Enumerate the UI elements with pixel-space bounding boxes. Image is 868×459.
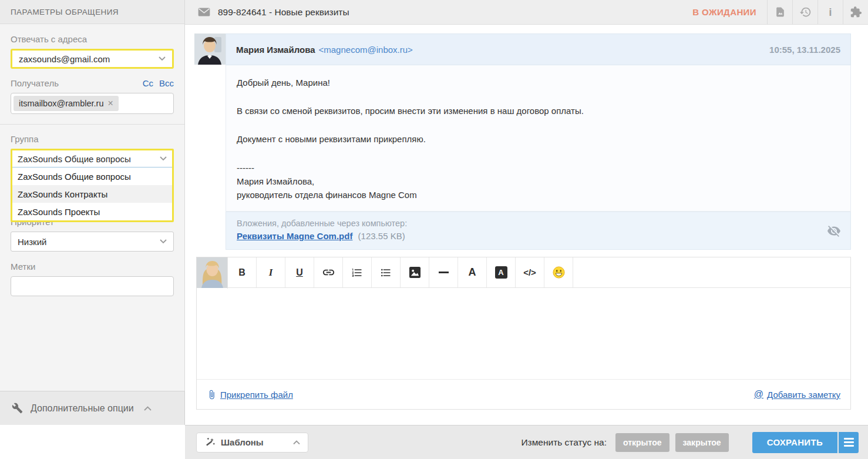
templates-label: Шаблоны xyxy=(221,437,264,447)
remove-recipient-icon[interactable]: × xyxy=(107,98,113,109)
add-note-link[interactable]: @ Добавить заметку xyxy=(754,389,840,400)
link-icon xyxy=(322,266,335,279)
hamburger-icon xyxy=(844,438,854,440)
recipient-input[interactable]: itsmailbox@rambler.ru × xyxy=(11,93,174,114)
ordered-list-icon xyxy=(351,267,363,279)
text-color-button[interactable]: A xyxy=(458,257,487,287)
save-menu-button[interactable] xyxy=(839,432,859,453)
reply-from-select[interactable]: zaxsounds@gmail.com xyxy=(11,49,174,69)
horizontal-rule-button[interactable] xyxy=(429,257,458,287)
underline-button[interactable]: U xyxy=(285,257,314,287)
message-paragraph: Документ с новыми реквизитами прикрепляю… xyxy=(237,133,840,146)
attach-file-link[interactable]: Прикрепить файл xyxy=(207,389,293,400)
bold-icon: B xyxy=(238,267,245,278)
chevron-down-icon xyxy=(160,156,167,161)
priority-select[interactable]: Низкий xyxy=(11,232,174,252)
attachment-file-size: (123.55 KB) xyxy=(358,231,405,241)
toolbar-filler xyxy=(573,257,850,287)
extra-options-toggle[interactable]: Дополнительные опции xyxy=(0,391,185,425)
group-select[interactable]: ZaxSounds Общие вопросы xyxy=(12,150,172,167)
sidebar-divider xyxy=(0,124,184,125)
reply-from-label: Отвечать с адреса xyxy=(11,34,174,44)
save-button[interactable]: СОХРАНИТЬ xyxy=(752,432,837,453)
templates-button[interactable]: Шаблоны xyxy=(196,433,308,453)
chevron-down-icon xyxy=(160,239,167,244)
attachments-section: Вложения, добавленные через компьютер: Р… xyxy=(226,212,851,250)
bullet-list-icon xyxy=(380,267,392,279)
text-color-icon: A xyxy=(469,266,476,279)
editor-toolbar: B I U A A </> xyxy=(197,257,850,288)
reply-editor: B I U A A </> xyxy=(196,257,851,410)
sidebar-title: ПАРАМЕТРЫ ОБРАЩЕНИЯ xyxy=(0,0,184,24)
reply-text-area[interactable] xyxy=(197,288,850,380)
incoming-message: Мария Измайлова <magnecom@inbox.ru> 10:5… xyxy=(226,33,851,250)
at-icon: @ xyxy=(754,389,763,400)
reply-from-value: zaxsounds@gmail.com xyxy=(19,54,110,64)
info-icon[interactable]: i xyxy=(817,0,843,25)
tags-input[interactable] xyxy=(11,276,174,296)
attachments-label: Вложения, добавленные через компьютер: xyxy=(237,219,840,228)
insert-link-button[interactable] xyxy=(314,257,343,287)
insert-image-button[interactable] xyxy=(401,257,429,287)
group-label: Группа xyxy=(11,134,174,144)
integrations-icon[interactable] xyxy=(843,0,868,25)
message-timestamp: 10:55, 13.11.2025 xyxy=(769,45,840,55)
ticket-parameters-sidebar: ПАРАМЕТРЫ ОБРАЩЕНИЯ Отвечать с адреса za… xyxy=(0,0,185,425)
agent-avatar xyxy=(197,257,228,289)
wrench-icon xyxy=(12,403,23,414)
group-option-1[interactable]: ZaxSounds Общие вопросы xyxy=(12,167,172,185)
history-icon[interactable] xyxy=(792,0,817,25)
chevron-down-icon xyxy=(159,56,166,61)
envelope-icon xyxy=(198,8,210,16)
hidden-eye-icon[interactable] xyxy=(827,224,841,238)
italic-icon: I xyxy=(269,267,273,279)
status-badge: В ОЖИДАНИИ xyxy=(692,7,756,17)
group-option-2[interactable]: ZaxSounds Контракты xyxy=(12,185,172,203)
message-signature: ------ Мария Измайлова, руководитель отд… xyxy=(237,161,840,202)
italic-button[interactable]: I xyxy=(257,257,285,287)
chevron-up-icon xyxy=(144,406,152,411)
magic-wand-icon xyxy=(204,437,216,448)
ticket-topbar: 899-824641 - Новые реквизиты В ОЖИДАНИИ … xyxy=(185,0,868,25)
attachment-file-link[interactable]: Реквизиты Magne Com.pdf xyxy=(237,231,352,241)
horizontal-rule-icon xyxy=(439,272,449,273)
code-icon: </> xyxy=(523,267,536,277)
extra-options-label: Дополнительные опции xyxy=(31,403,134,414)
sender-name: Мария Измайлова xyxy=(236,45,315,55)
group-selected-value: ZaxSounds Общие вопросы xyxy=(18,154,131,164)
action-bottombar: Шаблоны Изменить статус на: открытое зак… xyxy=(185,425,868,459)
editor-footer: Прикрепить файл @ Добавить заметку xyxy=(197,380,850,409)
tags-label: Метки xyxy=(11,262,174,272)
message-header: Мария Измайлова <magnecom@inbox.ru> 10:5… xyxy=(226,33,851,65)
cc-link[interactable]: Cc xyxy=(143,78,153,88)
emoji-icon xyxy=(552,266,566,279)
group-option-3[interactable]: ZaxSounds Проекты xyxy=(12,203,172,220)
recipient-chip: itsmailbox@rambler.ru × xyxy=(14,96,119,111)
ticket-title: 899-824641 - Новые реквизиты xyxy=(218,7,349,18)
background-color-button[interactable]: A xyxy=(487,257,516,287)
recipient-label: Получатель xyxy=(11,78,59,88)
bcc-link[interactable]: Bcc xyxy=(159,78,174,88)
status-closed-button[interactable]: закрытое xyxy=(675,433,729,452)
paperclip-icon xyxy=(207,389,217,400)
message-body: Добрый день, Марина! В связи со сменой р… xyxy=(226,65,851,212)
underline-icon: U xyxy=(296,267,303,278)
conversation-area: Мария Измайлова <magnecom@inbox.ru> 10:5… xyxy=(185,25,868,425)
emoji-button[interactable] xyxy=(544,257,573,287)
message-paragraph: В связи со сменой реквизитов, просим вне… xyxy=(237,105,840,118)
chevron-up-icon xyxy=(293,440,300,445)
ordered-list-button[interactable] xyxy=(343,257,372,287)
status-open-button[interactable]: открытое xyxy=(615,433,669,452)
group-combobox: ZaxSounds Общие вопросы ZaxSounds Общие … xyxy=(11,149,174,222)
sender-email[interactable]: <magnecom@inbox.ru> xyxy=(319,45,413,55)
bullet-list-button[interactable] xyxy=(372,257,401,287)
priority-value: Низкий xyxy=(18,237,46,247)
bold-button[interactable]: B xyxy=(228,257,257,287)
background-color-icon: A xyxy=(495,266,507,279)
attachments-view-button[interactable] xyxy=(767,0,792,25)
change-status-label: Изменить статус на: xyxy=(521,437,607,448)
sender-avatar xyxy=(194,33,226,65)
image-icon xyxy=(409,266,421,279)
message-paragraph: Добрый день, Марина! xyxy=(237,76,840,89)
code-button[interactable]: </> xyxy=(516,257,544,287)
